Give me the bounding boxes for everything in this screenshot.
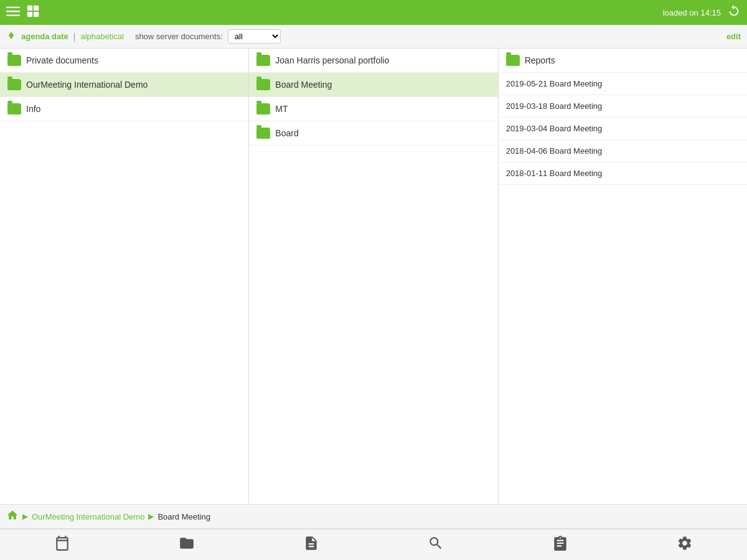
search-nav-icon[interactable] (415, 530, 456, 560)
breadcrumb-current: Board Meeting (157, 512, 210, 521)
svg-marker-8 (9, 35, 14, 39)
svg-rect-6 (34, 11, 39, 16)
folder-label: Reports (525, 55, 555, 65)
server-select[interactable]: all local server (228, 29, 281, 44)
header-right: loaded on 14:15 (663, 4, 741, 21)
breadcrumb-bar: ▶ OurMeeting International Demo ▶ Board … (0, 504, 747, 529)
document-item-3[interactable]: 2019-03-04 Board Meeting (499, 118, 747, 140)
loaded-timestamp: loaded on 14:15 (663, 8, 721, 17)
folder-label: Info (26, 104, 40, 114)
svg-rect-3 (27, 5, 32, 10)
toolbar: agenda date | alphabetical show server d… (0, 25, 747, 49)
show-server-label: show server documents: (135, 32, 223, 41)
folder-label: Joan Harris personal portfolio (275, 55, 389, 65)
folder-item-reports[interactable]: Reports (499, 49, 747, 73)
calendar-nav-icon[interactable] (42, 530, 83, 560)
folder-icon (256, 128, 270, 139)
home-icon[interactable] (6, 509, 19, 525)
folder-icon (256, 79, 270, 90)
breadcrumb-parent[interactable]: OurMeeting International Demo (32, 512, 144, 521)
header-bar: loaded on 14:15 (0, 0, 747, 25)
folder-label: Board (275, 128, 298, 138)
folder-icon (7, 79, 21, 90)
sort-icon (6, 30, 16, 42)
folder-item-board-meeting[interactable]: Board Meeting (249, 73, 497, 97)
folder-icon (7, 55, 21, 66)
folder-label: MT (275, 104, 288, 114)
folder-item-joan-harris[interactable]: Joan Harris personal portfolio (249, 49, 497, 73)
folder-label: Private documents (26, 55, 98, 65)
folder-item-info[interactable]: Info (0, 97, 248, 121)
breadcrumb-arrow-2: ▶ (148, 512, 154, 521)
folder-nav-icon[interactable] (166, 530, 207, 560)
hamburger-icon[interactable] (6, 4, 20, 21)
grid-icon[interactable] (26, 4, 40, 21)
refresh-icon[interactable] (727, 4, 741, 21)
folder-icon (256, 103, 270, 114)
folder-item-ourmeeting-demo[interactable]: OurMeeting International Demo (0, 73, 248, 97)
breadcrumb-arrow-1: ▶ (22, 512, 28, 521)
svg-rect-4 (34, 5, 39, 10)
document-nav-icon[interactable] (291, 530, 332, 560)
toolbar-separator: | (73, 32, 76, 42)
bottom-nav (0, 529, 747, 560)
agenda-date-button[interactable]: agenda date (21, 32, 68, 41)
svg-rect-1 (6, 11, 20, 12)
document-item-4[interactable]: 2018-04-06 Board Meeting (499, 140, 747, 162)
settings-nav-icon[interactable] (664, 530, 705, 560)
document-item-1[interactable]: 2019-05-21 Board Meeting (499, 73, 747, 95)
header-left (6, 4, 40, 21)
edit-button[interactable]: edit (726, 32, 741, 41)
folder-item-private-docs[interactable]: Private documents (0, 49, 248, 73)
alphabetical-button[interactable]: alphabetical (81, 32, 124, 41)
column-1: Private documents OurMeeting Internation… (0, 49, 249, 504)
document-item-5[interactable]: 2018-01-11 Board Meeting (499, 162, 747, 185)
folder-icon (7, 103, 21, 114)
folder-item-board[interactable]: Board (249, 121, 497, 146)
svg-rect-2 (6, 14, 20, 16)
folder-icon (256, 55, 270, 66)
column-3: Reports 2019-05-21 Board Meeting 2019-03… (499, 49, 747, 504)
clipboard-nav-icon[interactable] (540, 530, 581, 560)
svg-marker-7 (9, 32, 14, 35)
folder-icon (506, 55, 520, 66)
folder-label: Board Meeting (275, 80, 332, 90)
folder-label: OurMeeting International Demo (26, 80, 148, 90)
document-item-2[interactable]: 2019-03-18 Board Meeting (499, 95, 747, 118)
main-content: Private documents OurMeeting Internation… (0, 49, 747, 504)
column-2: Joan Harris personal portfolio Board Mee… (249, 49, 498, 504)
folder-item-mt[interactable]: MT (249, 97, 497, 121)
svg-rect-5 (27, 11, 32, 16)
svg-rect-0 (6, 6, 20, 7)
